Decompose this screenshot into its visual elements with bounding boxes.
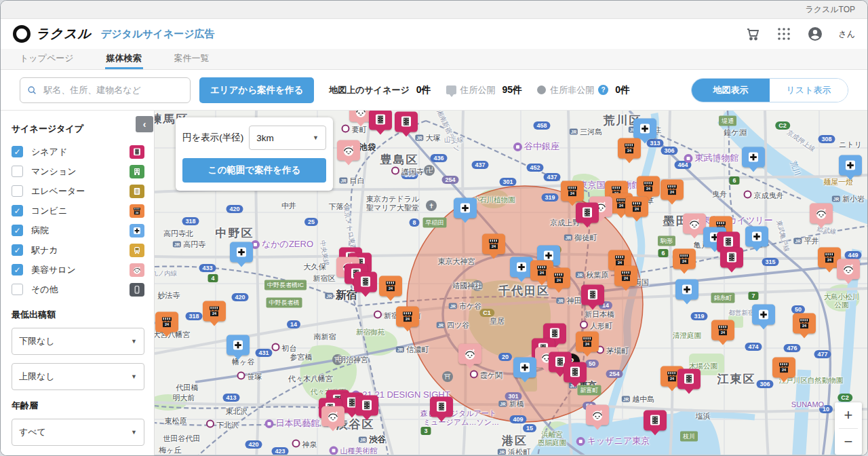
apps-grid-icon[interactable] [776, 26, 792, 42]
map-marker-hospital[interactable] [633, 119, 656, 139]
toggle-list-view[interactable]: リスト表示 [770, 79, 848, 102]
svg-text:24: 24 [619, 204, 624, 208]
map-marker-store[interactable]: 24 [203, 301, 226, 322]
signage-type-salon[interactable]: ✓美容サロン [12, 260, 144, 280]
map-marker-salon[interactable] [837, 259, 860, 280]
svg-text:24: 24 [721, 330, 726, 335]
map-marker-hospital[interactable] [513, 358, 536, 378]
map-marker-salon[interactable] [586, 405, 609, 425]
checkbox[interactable] [12, 284, 23, 295]
map-marker-cinema[interactable] [355, 396, 378, 416]
map-marker-store[interactable]: 24 [673, 249, 696, 269]
map-marker-cinema[interactable] [581, 285, 604, 305]
map-marker-hospital[interactable] [742, 147, 765, 168]
map-marker-salon[interactable] [337, 140, 360, 161]
zoom-in-button[interactable]: + [835, 402, 862, 428]
map-marker-cinema[interactable] [430, 397, 453, 417]
radius-panel: 円を表示(半径) 3km ▼ この範囲で案件を作る [176, 117, 333, 191]
map-view[interactable]: 練馬区豊島区中野区千代田区渋谷区港区墨田区荒川区江東区JR新宿JR渋谷JR東京J… [155, 111, 867, 456]
map-marker-store[interactable]: 24 [614, 266, 637, 286]
cart-icon[interactable] [745, 26, 761, 42]
map-marker-hospital[interactable] [675, 280, 698, 300]
radius-select[interactable]: 3km ▼ [249, 126, 326, 150]
map-marker-salon[interactable] [683, 214, 706, 234]
map-marker-store[interactable]: 24 [793, 314, 816, 334]
signage-type-ekinaka[interactable]: ✓駅ナカ [12, 240, 144, 260]
other-marker-icon [130, 283, 144, 297]
map-marker-cinema[interactable] [354, 272, 377, 292]
map-marker-store[interactable]: 24 [379, 276, 402, 297]
svg-text:24: 24 [827, 258, 832, 262]
signage-type-list: ✓シネアドマンションエレベーター✓コンビニ24✓病院✓駅ナカ✓美容サロンその他 [12, 142, 144, 299]
map-marker-store[interactable]: 24 [711, 320, 734, 341]
map-marker-cinema[interactable] [369, 111, 392, 130]
map-marker-cinema[interactable] [644, 411, 667, 431]
map-marker-cinema[interactable] [677, 369, 701, 390]
map-marker-salon[interactable] [321, 406, 344, 427]
search-row: エリアから案件を作る 地図上のサイネージ 0件 住所公開 95件 住所非公開 ?… [1, 70, 867, 111]
checkbox[interactable] [12, 185, 23, 197]
create-from-area-button[interactable]: エリアから案件を作る [199, 77, 314, 103]
map-marker-store[interactable]: 24 [772, 358, 795, 378]
map-marker-cinema[interactable] [576, 203, 599, 223]
map-marker-store[interactable]: 24 [482, 234, 505, 254]
address-private-value: 0件 [615, 84, 630, 96]
help-icon[interactable]: ? [598, 85, 608, 95]
brand-logo[interactable]: ラクスル [13, 25, 92, 43]
signage-type-label: シネアド [31, 146, 67, 158]
tab-project-list[interactable]: 案件一覧 [173, 49, 211, 69]
checkbox[interactable]: ✓ [12, 225, 23, 236]
map-marker-hospital[interactable] [226, 335, 250, 356]
zoom-out-button[interactable]: − [835, 429, 862, 455]
toggle-map-view[interactable]: 地図表示 [692, 79, 770, 102]
store-marker-icon: 24 [130, 204, 144, 218]
address-public-count: 住所公開 95件 [446, 84, 523, 96]
salon-marker-icon [130, 263, 144, 277]
map-marker-store[interactable]: 24 [637, 176, 660, 197]
map-marker-store[interactable]: 24 [576, 332, 599, 352]
map-marker-store[interactable]: 24 [660, 180, 684, 200]
sidebar-collapse-button[interactable]: ‹ [136, 116, 153, 132]
map-marker-store[interactable]: 24 [625, 197, 648, 217]
signage-type-hospital[interactable]: ✓病院 [12, 221, 144, 240]
tab-media-search[interactable]: 媒体検索 [105, 49, 143, 69]
tab-top-page[interactable]: トップページ [18, 49, 75, 69]
map-marker-salon[interactable] [810, 204, 833, 224]
signage-type-elevator[interactable]: エレベーター [12, 181, 144, 201]
map-marker-hospital[interactable] [454, 198, 477, 218]
map-marker-cinema[interactable] [564, 362, 587, 383]
map-marker-hospital[interactable] [745, 227, 768, 247]
checkbox[interactable]: ✓ [12, 146, 23, 157]
signage-type-other[interactable]: その他 [12, 280, 144, 299]
search-box[interactable] [20, 77, 191, 103]
create-in-range-button[interactable]: この範囲で案件を作る [182, 158, 326, 183]
checkbox[interactable] [12, 166, 23, 177]
signage-type-mansion[interactable]: マンション [12, 162, 144, 181]
brand-logo-icon [13, 25, 31, 43]
search-input[interactable] [42, 84, 183, 96]
map-marker-cinema[interactable] [720, 248, 743, 268]
account-icon[interactable] [807, 26, 823, 42]
map-marker-hospital[interactable] [839, 155, 862, 176]
map-marker-store[interactable]: 24 [547, 268, 570, 288]
signage-type-cinema[interactable]: ✓シネアド [12, 142, 144, 162]
budget-max-select[interactable]: 上限なし▼ [12, 363, 144, 390]
checkbox[interactable]: ✓ [12, 264, 23, 276]
signage-type-store[interactable]: ✓コンビニ24 [12, 201, 144, 221]
map-marker-store[interactable]: 24 [396, 307, 419, 327]
budget-min-select[interactable]: 下限なし▼ [12, 328, 144, 355]
age-select[interactable]: すべて▼ [12, 419, 144, 446]
map-marker-salon[interactable] [458, 344, 481, 364]
chevron-down-icon: ▼ [131, 429, 137, 436]
map-marker-hospital[interactable] [752, 305, 775, 325]
checkbox[interactable]: ✓ [12, 244, 23, 256]
map-marker-store[interactable]: 24 [618, 138, 641, 159]
ekinaka-marker-icon [130, 244, 144, 257]
map-marker-store[interactable]: 24 [561, 181, 584, 202]
checkbox[interactable]: ✓ [12, 205, 23, 216]
map-marker-hospital[interactable] [230, 242, 253, 263]
map-marker-cinema[interactable] [395, 112, 418, 132]
raksul-top-link[interactable]: ラクスルTOP [805, 4, 855, 16]
map-marker-store[interactable]: 24 [155, 312, 178, 332]
map-marker-hospital[interactable] [510, 257, 533, 278]
